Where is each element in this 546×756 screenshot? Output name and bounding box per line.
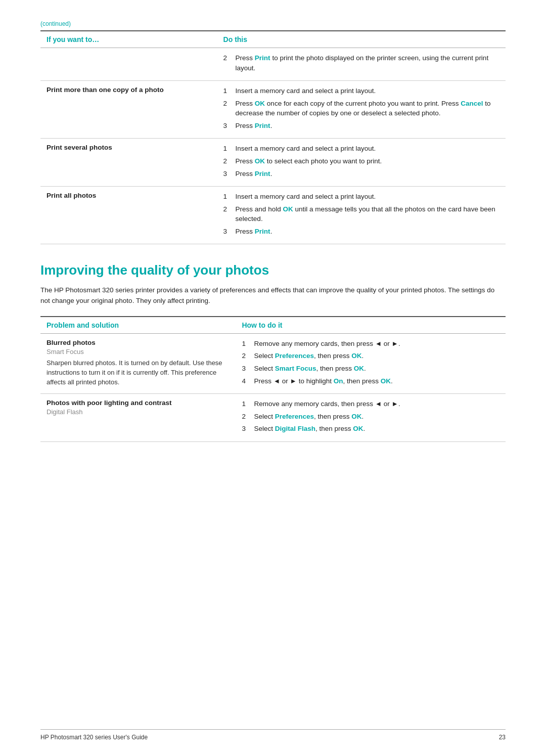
- step-text: Select Digital Flash, then press OK.: [254, 424, 365, 434]
- list-item: 2Press and hold OK until a message tells…: [223, 204, 499, 224]
- footer-right: 23: [499, 734, 506, 741]
- list-item: 3Press Print.: [223, 227, 499, 237]
- main-table: If you want to… Do this 2Press Print to …: [40, 30, 506, 244]
- cell-do: 1Insert a memory card and select a print…: [217, 139, 506, 187]
- step-text: Insert a memory card and select a print …: [236, 192, 376, 202]
- step-text: Select Preferences, then press OK.: [254, 412, 363, 422]
- problem-table: Problem and solution How to do it Blurre…: [40, 316, 506, 442]
- step-text: Press Print.: [236, 121, 272, 131]
- step-text: Remove any memory cards, then press ◄ or…: [254, 339, 400, 349]
- col-want-header: If you want to…: [40, 31, 217, 48]
- table-row: Photos with poor lighting and contrastDi…: [40, 394, 506, 442]
- cell-do: 1Insert a memory card and select a print…: [217, 81, 506, 139]
- col-how-header: How to do it: [236, 317, 506, 334]
- step-text: Press Print to print the photo displayed…: [236, 53, 499, 73]
- list-item: 3Press Print.: [223, 121, 499, 131]
- table-row: Print more than one copy of a photo1Inse…: [40, 81, 506, 139]
- cell-want: Print more than one copy of a photo: [40, 81, 217, 139]
- cell-do: 1Insert a memory card and select a print…: [217, 187, 506, 244]
- list-item: 2Select Preferences, then press OK.: [242, 351, 499, 361]
- list-item: 2Press Print to print the photo displaye…: [223, 53, 499, 73]
- step-text: Insert a memory card and select a print …: [236, 86, 376, 96]
- step-text: Press and hold OK until a message tells …: [236, 204, 499, 224]
- section-heading: Improving the quality of your photos: [40, 262, 506, 278]
- step-text: Press ◄ or ► to highlight On, then press…: [254, 376, 392, 386]
- footer-left: HP Photosmart 320 series User's Guide: [40, 734, 148, 741]
- step-text: Press Print.: [236, 169, 272, 179]
- continued-label: (continued): [40, 20, 506, 27]
- list-item: 3Select Smart Focus, then press OK.: [242, 364, 499, 374]
- table-row: Blurred photosSmart FocusSharpen blurred…: [40, 333, 506, 393]
- step-text: Insert a memory card and select a print …: [236, 144, 376, 154]
- problem-title: Blurred photos: [47, 339, 230, 346]
- list-item: 3Select Digital Flash, then press OK.: [242, 424, 499, 434]
- table-row: Print several photos1Insert a memory car…: [40, 139, 506, 187]
- list-item: 1Insert a memory card and select a print…: [223, 192, 499, 202]
- table-row: Print all photos1Insert a memory card an…: [40, 187, 506, 244]
- step-text: Remove any memory cards, then press ◄ or…: [254, 399, 400, 409]
- list-item: 2Select Preferences, then press OK.: [242, 412, 499, 422]
- cell-how: 1Remove any memory cards, then press ◄ o…: [236, 394, 506, 442]
- list-item: 2Press OK once for each copy of the curr…: [223, 99, 499, 118]
- list-item: 1Insert a memory card and select a print…: [223, 144, 499, 154]
- cell-problem: Blurred photosSmart FocusSharpen blurred…: [40, 333, 236, 393]
- list-item: 2Press OK to select each photo you want …: [223, 156, 499, 166]
- list-item: 1Remove any memory cards, then press ◄ o…: [242, 339, 499, 349]
- col-do-header: Do this: [217, 31, 506, 48]
- cell-how: 1Remove any memory cards, then press ◄ o…: [236, 333, 506, 393]
- cell-want: Print several photos: [40, 139, 217, 187]
- problem-subtitle: Digital Flash: [47, 408, 230, 416]
- problem-title: Photos with poor lighting and contrast: [47, 399, 230, 407]
- section-intro: The HP Photosmart 320 series printer pro…: [40, 285, 506, 306]
- cell-problem: Photos with poor lighting and contrastDi…: [40, 394, 236, 442]
- cell-do: 2Press Print to print the photo displaye…: [217, 48, 506, 81]
- table-row: 2Press Print to print the photo displaye…: [40, 48, 506, 81]
- page: (continued) If you want to… Do this 2Pre…: [0, 0, 546, 491]
- list-item: 1Insert a memory card and select a print…: [223, 86, 499, 96]
- list-item: 3Press Print.: [223, 169, 499, 179]
- step-text: Press Print.: [236, 227, 272, 237]
- col-problem-header: Problem and solution: [40, 317, 236, 334]
- list-item: 4Press ◄ or ► to highlight On, then pres…: [242, 376, 499, 386]
- list-item: 1Remove any memory cards, then press ◄ o…: [242, 399, 499, 409]
- footer: HP Photosmart 320 series User's Guide 23: [40, 729, 506, 741]
- step-text: Press OK once for each copy of the curre…: [236, 99, 499, 118]
- step-text: Select Smart Focus, then press OK.: [254, 364, 366, 374]
- step-text: Select Preferences, then press OK.: [254, 351, 363, 361]
- step-text: Press OK to select each photo you want t…: [236, 156, 382, 166]
- cell-want: Print all photos: [40, 187, 217, 244]
- problem-subtitle: Smart Focus: [47, 348, 230, 355]
- cell-want: [40, 48, 217, 81]
- problem-body: Sharpen blurred photos. It is turned on …: [47, 359, 230, 387]
